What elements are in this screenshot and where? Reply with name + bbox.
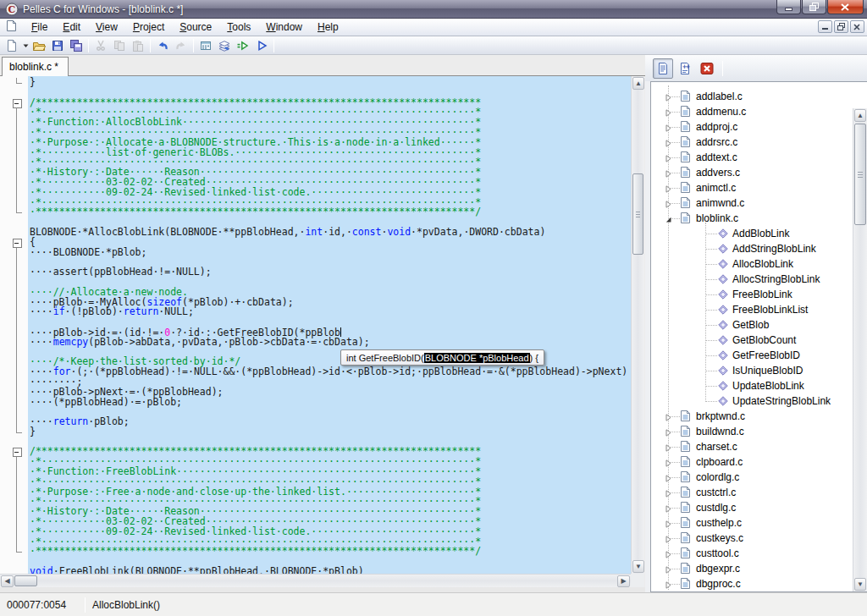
tree-item-label[interactable]: UpdateStringBlobLink xyxy=(732,395,831,407)
fold-marker-box[interactable] xyxy=(12,447,24,457)
menu-window[interactable]: Window xyxy=(258,19,310,35)
tree-file-charset-c[interactable]: charset.c xyxy=(651,439,853,454)
collapsed-arrow-icon[interactable] xyxy=(665,519,672,531)
paste-button[interactable] xyxy=(129,37,147,54)
tree-item-label[interactable]: addvers.c xyxy=(696,167,740,179)
collapsed-arrow-icon[interactable] xyxy=(665,123,672,135)
tree-file-addlabel-c[interactable]: addlabel.c xyxy=(651,89,853,104)
editor-hscrollbar[interactable]: ◀ ▶ xyxy=(0,574,631,587)
tree-item-label[interactable]: custkeys.c xyxy=(696,532,743,544)
tree-file-custhelp-c[interactable]: custhelp.c xyxy=(651,515,853,531)
expanded-arrow-icon[interactable] xyxy=(665,214,672,226)
tree-file-colordlg-c[interactable]: colordlg.c xyxy=(651,470,853,485)
save-file-button[interactable] xyxy=(48,37,67,54)
scroll-up-button[interactable]: ▲ xyxy=(632,77,644,90)
tree-file-addtext-c[interactable]: addtext.c xyxy=(651,150,853,165)
code-line-30[interactable]: ····for·(;·(*ppBlobHead)·!=·NULL·&&·(*pp… xyxy=(0,367,631,377)
collapsed-arrow-icon[interactable] xyxy=(665,503,672,515)
tree-function-AddStringBlobLink[interactable]: AddStringBlobLink xyxy=(651,241,853,256)
tree-function-GetFreeBlobID[interactable]: GetFreeBlobID xyxy=(651,348,853,363)
collapsed-arrow-icon[interactable] xyxy=(665,473,672,485)
tree-item-label[interactable]: GetFreeBlobID xyxy=(732,349,800,361)
tree-item-label[interactable]: charset.c xyxy=(696,441,737,453)
tree-item-label[interactable]: custtool.c xyxy=(696,547,739,559)
tree-file-custtool-c[interactable]: custtool.c xyxy=(651,546,853,561)
copy-button[interactable] xyxy=(110,37,129,54)
collapsed-arrow-icon[interactable] xyxy=(665,138,672,150)
code-line-1[interactable]: } xyxy=(0,78,631,88)
tree-file-animwnd-c[interactable]: animwnd.c xyxy=(651,195,853,211)
minimize-button[interactable] xyxy=(776,0,801,14)
code-line-48[interactable]: ·***************************************… xyxy=(0,547,631,557)
titlebar[interactable]: C Pelles C for Windows - [bloblink.c *] xyxy=(0,0,867,19)
menu-view[interactable]: View xyxy=(88,19,125,35)
tree-file-addmenu-c[interactable]: addmenu.c xyxy=(651,104,853,119)
files-view-button[interactable] xyxy=(653,58,673,79)
new-file-button[interactable] xyxy=(3,37,21,54)
code-editor[interactable]: }/**************************************… xyxy=(0,76,631,574)
tree-item-label[interactable]: GetBlobCount xyxy=(732,334,796,346)
tree-item-label[interactable]: addtext.c xyxy=(696,151,737,163)
tree-item-label[interactable]: addproj.c xyxy=(696,121,737,133)
tree-item-label[interactable]: brkptwnd.c xyxy=(696,410,745,422)
tab-bloblink[interactable]: bloblink.c * xyxy=(2,57,69,76)
tree-function-AllocStringBlobLink[interactable]: AllocStringBlobLink xyxy=(651,272,853,287)
tree-item-label[interactable]: addmenu.c xyxy=(696,106,746,118)
cut-button[interactable] xyxy=(91,37,110,54)
code-line-16[interactable]: BLOBNODE·*AllocBlobLink(BLOBNODE·**ppBlo… xyxy=(0,228,631,238)
collapsed-arrow-icon[interactable] xyxy=(665,534,672,546)
tree-file-animctl-c[interactable]: animctl.c xyxy=(651,180,853,195)
tree-function-FreeBlobLink[interactable]: FreeBlobLink xyxy=(651,287,853,302)
tree-function-UpdateStringBlobLink[interactable]: UpdateStringBlobLink xyxy=(651,393,853,409)
close-button[interactable] xyxy=(827,0,864,14)
code-line-24[interactable]: ····if·(!pBlob)·return·NULL; xyxy=(0,307,631,317)
menu-edit[interactable]: Edit xyxy=(55,19,88,35)
build-and-go-button[interactable] xyxy=(234,37,252,54)
tree-item-label[interactable]: FreeBlobLinkList xyxy=(732,304,808,316)
fold-marker-box[interactable] xyxy=(12,238,24,248)
tree-item-label[interactable]: addlabel.c xyxy=(696,91,743,102)
project-tree[interactable]: addlabel.caddmenu.caddproj.caddrsrc.cadd… xyxy=(650,81,867,592)
editor-vscrollbar[interactable]: ▲ ▼ xyxy=(631,76,644,574)
code-line-14[interactable]: ·***************************************… xyxy=(0,207,631,217)
save-all-button[interactable] xyxy=(67,37,86,54)
undo-button[interactable] xyxy=(153,37,172,54)
menu-project[interactable]: Project xyxy=(125,19,172,35)
collapsed-arrow-icon[interactable] xyxy=(665,412,672,424)
tree-item-label[interactable]: AllocStringBlobLink xyxy=(732,273,820,285)
mdi-close-button[interactable] xyxy=(850,20,864,33)
tree-item-label[interactable]: AddBlobLink xyxy=(732,228,789,239)
tree-file-addrsrc-c[interactable]: addrsrc.c xyxy=(651,135,853,150)
tree-file-dbgexpr-c[interactable]: dbgexpr.c xyxy=(651,561,853,576)
tree-item-label[interactable]: buildwnd.c xyxy=(696,426,744,437)
compile-button[interactable] xyxy=(215,37,234,54)
tree-item-label[interactable]: addrsrc.c xyxy=(696,136,737,148)
tree-file-bloblink-c[interactable]: bloblink.c xyxy=(651,211,853,226)
tree-item-label[interactable]: dbgexpr.c xyxy=(696,563,740,575)
tree-item-label[interactable]: animctl.c xyxy=(696,182,736,194)
menu-help[interactable]: Help xyxy=(310,19,346,35)
project-options-button[interactable] xyxy=(196,37,215,54)
collapsed-arrow-icon[interactable] xyxy=(665,427,672,439)
mdi-minimize-button[interactable] xyxy=(818,20,832,33)
code-line-27[interactable]: ····memcpy(pBlob->abData,·pvData,·pBlob-… xyxy=(0,338,631,348)
collapsed-arrow-icon[interactable] xyxy=(665,168,672,180)
tree-file-custdlg-c[interactable]: custdlg.c xyxy=(651,500,853,515)
fold-marker-box[interactable] xyxy=(12,98,24,108)
tree-scroll-up-button[interactable]: ▲ xyxy=(854,109,866,122)
tree-function-GetBlobCount[interactable]: GetBlobCount xyxy=(651,333,853,348)
tree-item-label[interactable]: custhelp.c xyxy=(696,517,742,529)
tree-function-FreeBlobLinkList[interactable]: FreeBlobLinkList xyxy=(651,302,853,317)
collapsed-arrow-icon[interactable] xyxy=(665,153,672,165)
add-document-button[interactable]: ++ xyxy=(675,58,695,79)
tree-file-custkeys-c[interactable]: custkeys.c xyxy=(651,531,853,546)
tree-function-AllocBlobLink[interactable]: AllocBlobLink xyxy=(651,256,853,272)
tree-item-label[interactable]: UpdateBlobLink xyxy=(732,380,804,392)
collapsed-arrow-icon[interactable] xyxy=(665,443,672,454)
editor-vscroll-thumb[interactable] xyxy=(632,173,643,255)
tree-item-label[interactable]: AllocBlobLink xyxy=(732,258,793,270)
tree-function-GetBlob[interactable]: GetBlob xyxy=(651,317,853,333)
tree-item-label[interactable]: FreeBlobLink xyxy=(732,289,792,300)
collapsed-arrow-icon[interactable] xyxy=(665,488,672,500)
collapsed-arrow-icon[interactable] xyxy=(665,580,672,591)
